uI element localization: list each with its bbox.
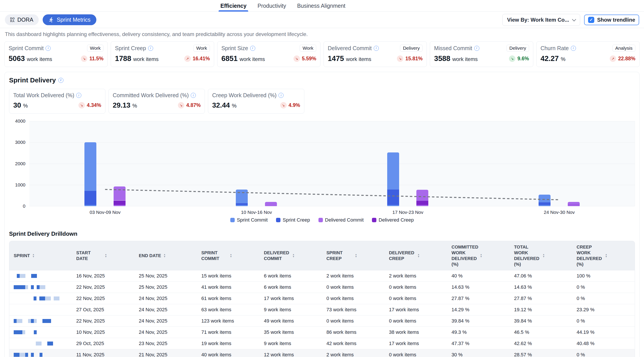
table-cell: 9 work items bbox=[260, 307, 322, 313]
column-header-creep-work-delivered[interactable]: Creep Work Delivered (%) bbox=[572, 241, 635, 270]
legend-item-sprint-commit[interactable]: Sprint Commit bbox=[230, 217, 268, 223]
dora-button[interactable]: DO RA DORA bbox=[5, 14, 39, 25]
info-icon[interactable] bbox=[46, 46, 50, 51]
info-icon[interactable] bbox=[374, 46, 379, 51]
info-icon[interactable] bbox=[148, 46, 153, 51]
table-row[interactable]: 29 Oct, 202523 Nov, 202519 work items9 w… bbox=[9, 338, 635, 349]
metric-card-title-row: Total Work Delivered (%) bbox=[13, 92, 81, 98]
legend-swatch bbox=[230, 218, 235, 222]
category-badge: Work bbox=[300, 45, 316, 52]
metric-card-sprint-commit: Sprint CommitWork5063work items↘11.5% bbox=[4, 41, 108, 67]
metric-card-value-row: 42.27%↗22.88% bbox=[540, 54, 636, 63]
redacted-block bbox=[22, 285, 25, 289]
column-header-end-date[interactable]: End Date bbox=[134, 250, 197, 262]
show-trendline-toggle[interactable]: Show trendline bbox=[584, 14, 639, 25]
info-icon[interactable] bbox=[191, 93, 196, 98]
table-cell: 21 Nov, 2025 bbox=[134, 352, 197, 357]
legend-item-sprint-creep[interactable]: Sprint Creep bbox=[276, 217, 310, 223]
table-row[interactable]: 11 Nov, 202521 Nov, 202540 work items12 … bbox=[9, 349, 635, 357]
legend-item-delivered-creep[interactable]: Delivered Creep bbox=[372, 217, 414, 223]
info-icon[interactable] bbox=[474, 46, 479, 51]
tab-efficiency[interactable]: Efficiency bbox=[218, 0, 248, 11]
column-header-total-work-delivered[interactable]: Total Work Delivered (%) bbox=[510, 241, 572, 270]
table-cell: 23 Nov, 2025 bbox=[134, 341, 197, 347]
redacted-sprint-name bbox=[34, 297, 72, 301]
metric-card-title: Churn Rate bbox=[540, 45, 569, 51]
chart-legend: Sprint CommitSprint CreepDelivered Commi… bbox=[9, 217, 635, 223]
table-cell: 6 work items bbox=[260, 284, 322, 290]
table-row[interactable]: 27 Oct, 202524 Nov, 202563 work items9 w… bbox=[9, 304, 635, 315]
tab-label: Productivity bbox=[258, 3, 286, 9]
column-header-sprint-creep[interactable]: Sprint Creep bbox=[322, 247, 384, 264]
chart-row: 01000200030004000 bbox=[9, 121, 635, 206]
table-cell: 0 work items bbox=[384, 296, 447, 301]
redacted-block bbox=[28, 319, 31, 323]
info-icon[interactable] bbox=[58, 78, 64, 83]
redacted-block bbox=[51, 297, 54, 301]
column-header-delivered-creep[interactable]: Delivered Creep bbox=[384, 247, 447, 264]
legend-item-delivered-commit[interactable]: Delivered Commit bbox=[318, 217, 364, 223]
redacted-block bbox=[37, 319, 40, 323]
tab-business-alignment[interactable]: Business Alignment bbox=[296, 0, 347, 11]
column-header-delivered-commit[interactable]: Delivered Commit bbox=[260, 247, 322, 264]
redacted-block bbox=[14, 330, 16, 334]
redacted-block bbox=[16, 285, 20, 289]
table-cell: 40.48 % bbox=[572, 341, 635, 347]
runner-icon bbox=[48, 17, 54, 23]
info-icon[interactable] bbox=[278, 93, 284, 98]
tab-group: EfficiencyProductivityBusiness Alignment bbox=[218, 0, 347, 11]
trendline-checkbox[interactable] bbox=[588, 17, 594, 23]
table-cell: 40 % bbox=[447, 273, 510, 279]
redacted-block bbox=[14, 353, 16, 357]
column-header-label: Sprint Commit bbox=[201, 250, 228, 261]
column-header-sprint[interactable]: Sprint bbox=[9, 250, 72, 262]
info-icon[interactable] bbox=[76, 93, 81, 98]
view-by-dropdown[interactable]: View By: Work Item Co... bbox=[502, 14, 580, 26]
trend-indicator: ↘4.9% bbox=[280, 102, 300, 108]
metric-card-header: Sprint CreepWork bbox=[115, 45, 210, 52]
metric-value-wrap: 3588work items bbox=[434, 54, 478, 63]
chart-x-axis: 03 Nov-09 Nov10 Nov-16 Nov17 Nov-23 Nov2… bbox=[30, 206, 635, 216]
table-cell: 38 work items bbox=[384, 329, 447, 335]
sprint-delivery-title-row: Sprint Delivery bbox=[9, 76, 635, 84]
redacted-block bbox=[28, 285, 31, 289]
metric-card-value-row: 6851work items↘5.59% bbox=[222, 54, 316, 63]
redacted-block bbox=[22, 319, 25, 323]
tab-productivity[interactable]: Productivity bbox=[256, 0, 288, 11]
column-header-start-date[interactable]: Start Date bbox=[72, 247, 134, 264]
redacted-block bbox=[37, 330, 40, 334]
column-header-label: Sprint Creep bbox=[326, 250, 352, 261]
redacted-block bbox=[16, 353, 20, 357]
sort-up-icon bbox=[355, 254, 357, 255]
column-header-label: Creep Work Delivered (%) bbox=[576, 244, 603, 267]
table-cell: 47.06 % bbox=[510, 273, 572, 279]
redacted-block bbox=[56, 297, 60, 301]
table-row[interactable]: 22 Nov, 202525 Nov, 202541 work items6 w… bbox=[9, 282, 635, 293]
info-icon[interactable] bbox=[250, 46, 255, 51]
column-header-sprint-commit[interactable]: Sprint Commit bbox=[197, 247, 260, 264]
redacted-block bbox=[28, 353, 31, 357]
table-row[interactable]: 10 Nov, 202524 Nov, 202571 work items35 … bbox=[9, 327, 635, 338]
sprint-delivery-chart: 01000200030004000 03 Nov-09 Nov10 Nov-16… bbox=[9, 121, 635, 223]
redacted-block bbox=[37, 353, 40, 357]
info-icon[interactable] bbox=[571, 46, 576, 51]
arrow-down-right-icon: ↘ bbox=[397, 55, 403, 62]
trend-indicator: ↘5.59% bbox=[294, 55, 316, 62]
table-row[interactable]: 16 Nov, 202525 Nov, 202515 work items6 w… bbox=[9, 270, 635, 282]
table-cell: 25 Nov, 2025 bbox=[134, 284, 197, 290]
metric-value-wrap: 1475work items bbox=[328, 54, 371, 63]
metric-value: 6851 bbox=[222, 54, 238, 63]
table-row[interactable]: 22 Nov, 202524 Nov, 2025123 work items49… bbox=[9, 315, 635, 327]
table-cell: 29 Oct, 2025 bbox=[72, 341, 134, 347]
arrow-up-right-icon: ↗ bbox=[610, 55, 616, 62]
column-header-label: Sprint bbox=[14, 253, 30, 259]
redacted-block bbox=[14, 319, 16, 323]
redacted-sprint-name bbox=[36, 342, 72, 346]
dashboard-description: This dashboard highlights planning effec… bbox=[0, 28, 644, 39]
table-cell: 9 work items bbox=[260, 341, 322, 347]
sprint-metrics-button[interactable]: Sprint Metrics bbox=[43, 14, 96, 25]
redacted-block bbox=[44, 342, 47, 346]
table-cell: 35 work items bbox=[260, 329, 322, 335]
table-row[interactable]: 22 Nov, 202524 Nov, 202561 work items17 … bbox=[9, 293, 635, 304]
column-header-committed-work-delivered[interactable]: Committed Work Delivered (%) bbox=[447, 241, 510, 270]
